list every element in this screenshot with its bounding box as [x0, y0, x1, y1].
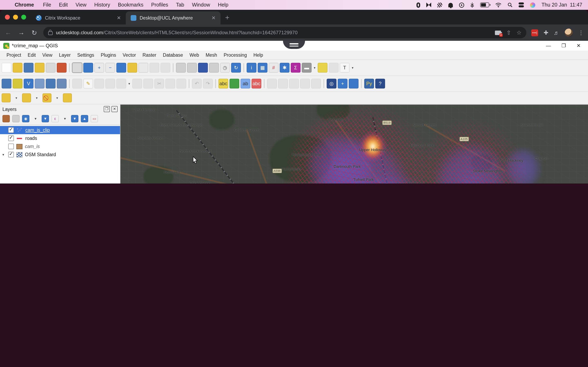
- web-search-icon[interactable]: [349, 79, 359, 89]
- select-by-location-icon[interactable]: [63, 93, 72, 102]
- layer-item[interactable]: cam_is: [0, 142, 120, 150]
- layer-styling-icon[interactable]: [2, 115, 10, 122]
- qgis-menu-item[interactable]: Project: [3, 53, 25, 58]
- toolbar-separator[interactable]: [323, 79, 324, 88]
- toolbar-separator[interactable]: [69, 63, 70, 72]
- new-spatial-bookmark-icon[interactable]: [198, 63, 208, 73]
- profile-avatar[interactable]: [565, 29, 573, 37]
- refresh-icon[interactable]: ↻: [231, 63, 241, 73]
- qgis-menu-item[interactable]: Processing: [220, 53, 250, 58]
- pan-to-selection-icon[interactable]: [83, 63, 93, 73]
- qgis-minimize-button[interactable]: —: [546, 43, 551, 49]
- collapse-all-icon[interactable]: ▲: [81, 115, 88, 122]
- pan-map-icon[interactable]: [72, 63, 82, 73]
- chrome-menu-icon[interactable]: ⋮: [578, 29, 584, 36]
- text-annotation-icon[interactable]: T: [340, 63, 350, 73]
- layer-item[interactable]: cam_is_clip: [0, 126, 120, 134]
- new-tab-button[interactable]: ＋: [224, 13, 231, 22]
- new-project-icon[interactable]: [2, 63, 11, 73]
- new-geopackage-layer-icon[interactable]: [13, 79, 22, 89]
- python-console-icon[interactable]: Py: [364, 79, 374, 89]
- qgis-menu-item[interactable]: Layer: [56, 53, 74, 58]
- siri-icon[interactable]: [530, 2, 535, 8]
- layer-item[interactable]: roads: [0, 134, 120, 142]
- menu-bar-clock[interactable]: Thu 20 Jan 11:47: [541, 2, 582, 8]
- vertex-tool-caret[interactable]: ▾: [127, 79, 131, 89]
- tab-close-icon[interactable]: ✕: [211, 15, 216, 21]
- panel-float-button[interactable]: ❐: [104, 106, 110, 112]
- extensions-puzzle-icon[interactable]: ✚: [544, 29, 548, 36]
- tab-citrix-workspace[interactable]: Citrix Workspace ✕: [31, 11, 126, 25]
- add-group-icon[interactable]: [12, 115, 20, 122]
- expand-all-icon[interactable]: ▼: [71, 115, 78, 122]
- layer-visibility-checkbox[interactable]: [8, 143, 14, 149]
- select-features-caret[interactable]: ▾: [12, 93, 21, 102]
- qgis-close-button[interactable]: ✕: [577, 43, 581, 49]
- sum-features-icon[interactable]: Σ: [291, 63, 301, 73]
- change-label-icon[interactable]: [311, 79, 321, 89]
- toolbar-separator[interactable]: [264, 79, 265, 88]
- wifi-icon[interactable]: [495, 3, 502, 7]
- data-source-manager-icon[interactable]: [2, 79, 11, 89]
- redo-icon[interactable]: ↷: [203, 79, 213, 89]
- modify-attributes-icon[interactable]: [132, 79, 142, 89]
- qgis-restore-button[interactable]: ❐: [562, 43, 566, 49]
- macos-menu-item[interactable]: Help: [218, 2, 228, 8]
- save-project-icon[interactable]: [24, 63, 34, 73]
- select-features-icon[interactable]: [2, 93, 11, 102]
- bluetooth-icon[interactable]: [470, 2, 474, 8]
- filter-expression-caret[interactable]: ▾: [61, 115, 69, 122]
- layer-expand-icon[interactable]: [2, 153, 6, 156]
- qgis-menu-item[interactable]: Mesh: [202, 53, 220, 58]
- qgis-menu-item[interactable]: Edit: [25, 53, 39, 58]
- macos-menu-item[interactable]: Profiles: [151, 2, 168, 8]
- panel-close-button[interactable]: ✕: [112, 106, 118, 112]
- filter-legend-icon[interactable]: ▼: [42, 115, 49, 122]
- label-unplaced-icon[interactable]: abc: [251, 79, 261, 89]
- temporal-controller-icon[interactable]: ◷: [220, 63, 230, 73]
- minimize-window-button[interactable]: [13, 15, 18, 20]
- measure-icon[interactable]: ▬: [302, 63, 311, 73]
- project-properties-icon[interactable]: [46, 63, 56, 73]
- map-themes-icon[interactable]: ◉: [22, 115, 29, 122]
- macos-menu-item[interactable]: Tab: [176, 2, 184, 8]
- map-themes-caret[interactable]: ▾: [32, 115, 39, 122]
- battery-icon[interactable]: [480, 2, 489, 7]
- macos-menu-item[interactable]: Edit: [59, 2, 68, 8]
- camera-blocked-icon[interactable]: [495, 30, 501, 35]
- control-center-icon[interactable]: [519, 2, 524, 7]
- select-by-value-caret[interactable]: ▾: [32, 93, 41, 102]
- media-playlist-icon[interactable]: ♬: [554, 29, 559, 36]
- zoom-last-icon[interactable]: [149, 63, 159, 73]
- pin-labels-icon[interactable]: [267, 79, 277, 89]
- forward-icon[interactable]: →: [17, 29, 25, 36]
- map-tips-icon[interactable]: [318, 63, 328, 73]
- toolbar-separator[interactable]: [215, 79, 216, 88]
- identify-features-icon[interactable]: i: [247, 63, 256, 73]
- new-shapefile-layer-icon[interactable]: V: [24, 79, 34, 89]
- new-virtual-layer-icon[interactable]: [46, 79, 56, 89]
- qgis-menu-item[interactable]: Database: [160, 53, 186, 58]
- zoom-to-selection-icon[interactable]: [138, 63, 148, 73]
- zoom-in-icon[interactable]: +: [94, 63, 104, 73]
- add-feature-icon[interactable]: [105, 79, 115, 89]
- new-map-view-icon[interactable]: [176, 63, 186, 73]
- macos-menu-item[interactable]: Bookmarks: [118, 2, 143, 8]
- dropbox-icon[interactable]: [426, 2, 431, 7]
- remove-layer-icon[interactable]: ▭: [91, 115, 98, 122]
- delete-selected-icon[interactable]: [143, 79, 153, 89]
- zoom-to-layer-icon[interactable]: [127, 63, 137, 73]
- add-web-layer-icon[interactable]: +: [338, 79, 347, 89]
- layer-visibility-checkbox[interactable]: [8, 127, 14, 133]
- annotation-icon[interactable]: [329, 63, 338, 73]
- lastpass-extension-icon[interactable]: •••|: [531, 29, 538, 36]
- measure-dropdown-caret[interactable]: ▾: [313, 63, 316, 73]
- statistics-abacus-icon[interactable]: #: [269, 63, 278, 73]
- bell-icon[interactable]: [448, 3, 453, 7]
- qgis-menu-item[interactable]: Raster: [139, 53, 160, 58]
- layer-item[interactable]: OSM Standard: [0, 150, 120, 159]
- layer-diagram-icon[interactable]: [229, 79, 239, 89]
- qgis-menu-item[interactable]: Plugins: [97, 53, 119, 58]
- cut-features-icon[interactable]: ✂: [154, 79, 164, 89]
- macos-menu-item[interactable]: File: [43, 2, 51, 8]
